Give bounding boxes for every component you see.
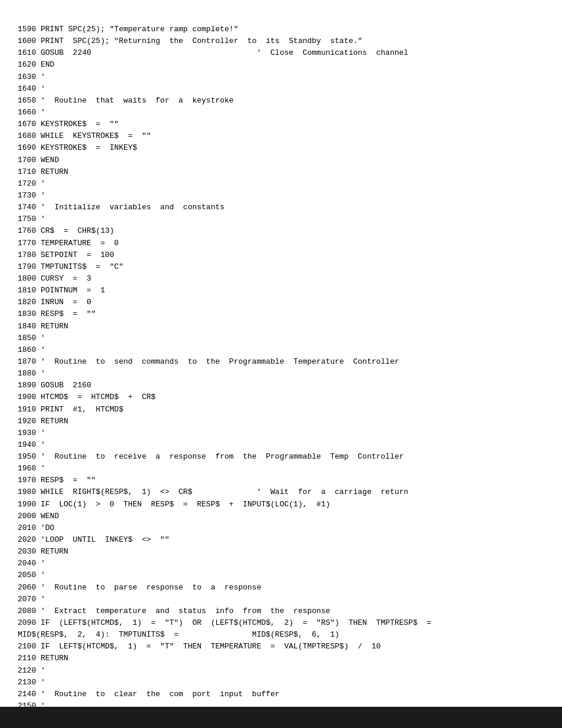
code-block: 1590 PRINT SPC(25); "Temperature ramp co… <box>0 0 562 728</box>
bottom-bar <box>0 707 562 728</box>
